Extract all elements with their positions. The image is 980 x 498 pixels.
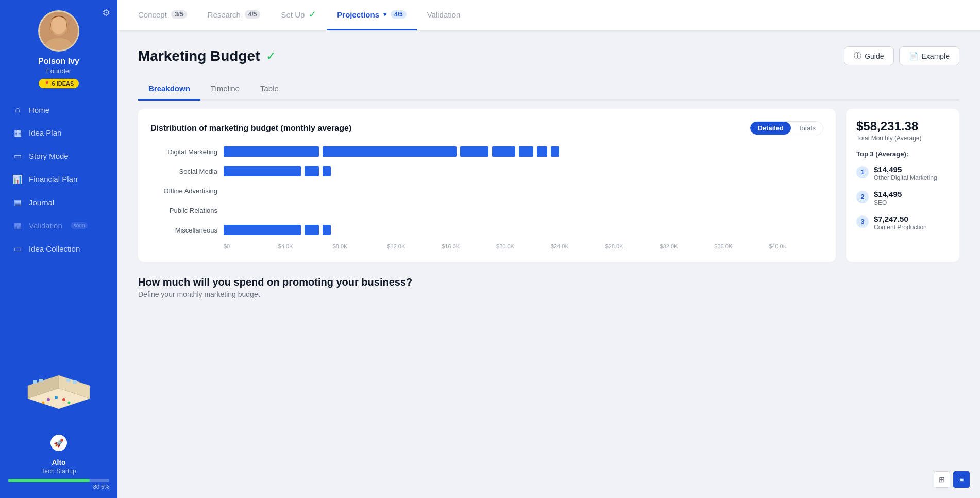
rocket-icon: 🚀	[50, 435, 67, 451]
chart-section: Distribution of marketing budget (monthl…	[138, 109, 959, 262]
bar-segment	[492, 146, 515, 157]
stat-rank-2: 2	[856, 191, 869, 203]
home-icon: ⌂	[12, 105, 23, 114]
sidebar-item-financial-plan[interactable]: 📊 Financial Plan	[0, 168, 117, 191]
svg-point-12	[62, 398, 65, 401]
x-label: $36.0K	[714, 243, 769, 250]
progress-label: 80.5%	[8, 484, 109, 490]
sub-tab-breakdown[interactable]: Breakdown	[138, 78, 200, 101]
bar-segment	[224, 146, 319, 157]
chart-icon: 📊	[12, 174, 23, 184]
bar-label: Digital Marketing	[150, 148, 217, 156]
svg-point-13	[42, 402, 45, 404]
tab-research-label: Research	[208, 10, 241, 19]
view-buttons: ⊞ ≡	[934, 471, 970, 488]
tab-validation-label: Validation	[427, 10, 461, 19]
grid-icon: ▦	[12, 128, 23, 138]
page-header: Marketing Budget ✓ ⓘ Guide 📄 Example	[138, 46, 959, 65]
project-type: Tech Startup	[8, 468, 109, 475]
sidebar-bottom: 🚀 Alto Tech Startup 80.5%	[0, 373, 117, 498]
svg-rect-9	[73, 380, 77, 384]
check-icon: ✓	[309, 9, 316, 20]
sidebar-item-validation: ▦ Validation soon	[0, 214, 117, 237]
bar-track	[224, 204, 823, 217]
tab-validation[interactable]: Validation	[417, 0, 471, 30]
stat-name-3: Content Production	[874, 224, 927, 231]
tab-projections[interactable]: Projections ▾ 4/5	[327, 0, 416, 30]
top3-label: Top 3 (Average):	[856, 150, 949, 158]
tab-projections-label: Projections	[337, 10, 379, 19]
list-view-button[interactable]: ≡	[953, 471, 970, 488]
x-label: $16.0K	[442, 243, 496, 250]
settings-icon[interactable]: ⚙	[102, 7, 110, 19]
x-axis: $0 $4.0K $8.0K $12.0K $16.0K $20.0K $24.…	[224, 243, 823, 250]
svg-rect-6	[33, 380, 37, 384]
sidebar-item-label: Idea Plan	[29, 128, 61, 137]
sidebar-item-idea-collection[interactable]: ▭ Idea Collection	[0, 237, 117, 260]
stat-rank-1: 1	[856, 166, 869, 178]
bar-track	[224, 165, 823, 177]
example-button[interactable]: 📄 Example	[899, 46, 959, 65]
bar-row-misc: Miscellaneous	[150, 224, 823, 236]
stat-value-3: $7,247.50	[874, 214, 927, 223]
main-content: Concept 3/5 Research 4/5 Set Up ✓ Projec…	[117, 0, 980, 498]
bar-row-social: Social Media	[150, 165, 823, 177]
tab-setup[interactable]: Set Up ✓	[271, 0, 327, 30]
sidebar-item-journal[interactable]: ▤ Journal	[0, 191, 117, 214]
chart-header: Distribution of marketing budget (monthl…	[150, 121, 823, 135]
user-role: Founder	[46, 67, 71, 75]
tab-research[interactable]: Research 4/5	[197, 0, 271, 30]
tab-bar: Concept 3/5 Research 4/5 Set Up ✓ Projec…	[117, 0, 980, 31]
sub-tab-table[interactable]: Table	[250, 78, 289, 101]
svg-point-11	[55, 396, 58, 399]
header-buttons: ⓘ Guide 📄 Example	[844, 46, 959, 65]
x-label: $40.0K	[769, 243, 823, 250]
toggle-totals[interactable]: Totals	[791, 122, 823, 135]
sidebar-nav: ⌂ Home ▦ Idea Plan ▭ Story Mode 📊 Financ…	[0, 98, 117, 373]
tab-concept[interactable]: Concept 3/5	[128, 0, 197, 30]
svg-point-2	[51, 16, 66, 34]
project-name: Alto	[8, 458, 109, 467]
bar-segment	[537, 146, 547, 157]
page-content: Marketing Budget ✓ ⓘ Guide 📄 Example Bre…	[117, 31, 980, 498]
page-title: Marketing Budget	[138, 48, 260, 64]
chart-toggle: Detailed Totals	[750, 121, 823, 135]
bar-chart: Digital Marketing	[150, 145, 823, 250]
tab-concept-label: Concept	[138, 10, 167, 19]
stat-name-1: Other Digital Marketing	[874, 174, 937, 181]
bar-track	[224, 224, 823, 236]
sidebar-item-home[interactable]: ⌂ Home	[0, 98, 117, 121]
svg-rect-7	[39, 379, 43, 382]
tab-research-badge: 4/5	[245, 10, 261, 19]
stat-value-1: $14,495	[874, 165, 937, 174]
chevron-down-icon: ▾	[383, 11, 386, 18]
bar-row-digital: Digital Marketing	[150, 145, 823, 158]
sidebar-item-story-mode[interactable]: ▭ Story Mode	[0, 144, 117, 168]
sidebar-item-label: Validation	[29, 221, 62, 230]
x-label: $24.0K	[551, 243, 605, 250]
stat-value-2: $14,495	[874, 190, 902, 198]
grid-view-button[interactable]: ⊞	[934, 471, 950, 488]
bar-segment	[323, 166, 331, 176]
x-label: $20.0K	[496, 243, 551, 250]
tab-projections-badge: 4/5	[391, 10, 407, 19]
svg-point-14	[68, 402, 71, 404]
journal-icon: ▤	[12, 197, 23, 207]
bar-segment	[305, 166, 319, 176]
sidebar-item-label: Journal	[29, 198, 54, 207]
stat-name-2: SEO	[874, 199, 902, 206]
ideas-badge[interactable]: 6 IDEAS	[39, 79, 79, 88]
sidebar-item-idea-plan[interactable]: ▦ Idea Plan	[0, 121, 117, 144]
title-check-icon: ✓	[266, 49, 276, 63]
bar-segments	[224, 166, 331, 176]
chart-card: Distribution of marketing budget (monthl…	[138, 109, 836, 262]
bar-label: Social Media	[150, 168, 217, 175]
example-label: Example	[922, 52, 950, 60]
sidebar: ⚙ Poison Ivy Founder 6 IDEAS ⌂ Home ▦ Id…	[0, 0, 117, 498]
bar-segments	[224, 225, 331, 235]
guide-button[interactable]: ⓘ Guide	[844, 46, 893, 65]
toggle-detailed[interactable]: Detailed	[750, 122, 791, 135]
sub-tab-timeline[interactable]: Timeline	[200, 78, 250, 101]
bar-segment	[551, 146, 559, 157]
project-illustration	[18, 373, 100, 429]
